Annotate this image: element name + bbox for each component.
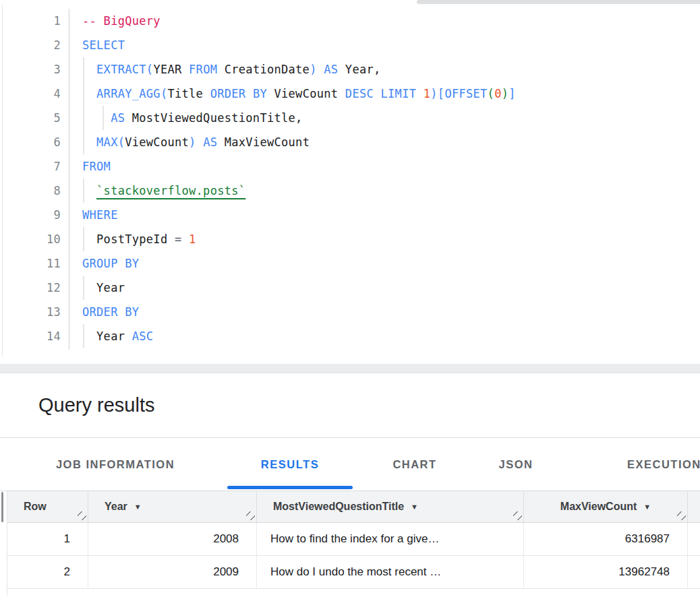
code-text: AS MostViewedQuestionTitle, bbox=[82, 106, 303, 130]
sort-arrow-icon[interactable]: ▼ bbox=[134, 503, 142, 511]
code-line[interactable]: 5 AS MostViewedQuestionTitle, bbox=[0, 106, 700, 130]
code-line[interactable]: 10 PostTypeId = 1 bbox=[0, 227, 700, 251]
code-token: ( bbox=[161, 87, 168, 100]
code-token: ARRAY_AGG bbox=[96, 87, 161, 100]
code-line[interactable]: 1-- BigQuery bbox=[0, 9, 700, 33]
code-text: Year bbox=[82, 276, 125, 300]
code-line[interactable]: 6 MAX(ViewCount) AS MaxViewCount bbox=[0, 130, 700, 154]
table-cell[interactable]: 1 bbox=[7, 523, 88, 555]
code-token: MAX bbox=[96, 135, 118, 149]
code-token bbox=[82, 111, 111, 125]
sort-arrow-icon[interactable]: ▼ bbox=[411, 503, 418, 511]
code-line[interactable]: 9WHERE bbox=[0, 203, 700, 227]
code-line[interactable]: 8 `stackoverflow.posts` bbox=[0, 179, 700, 203]
indent-guide bbox=[83, 106, 84, 130]
table-cell[interactable]: 2009 bbox=[88, 556, 257, 588]
code-text: FROM bbox=[82, 154, 111, 179]
column-resize-handle[interactable] bbox=[513, 511, 522, 520]
code-line[interactable]: 13ORDER BY bbox=[0, 300, 700, 324]
horizontal-scrollbar-thumb[interactable] bbox=[417, 0, 700, 4]
indent-guide bbox=[83, 227, 84, 251]
column-header-label: MostViewedQuestionTitle bbox=[273, 501, 404, 513]
code-token: -- BigQuery bbox=[82, 14, 161, 28]
code-token: FROM bbox=[189, 63, 217, 76]
code-token: AS bbox=[324, 63, 338, 76]
code-token: Year, bbox=[338, 63, 380, 76]
code-token: ) bbox=[189, 135, 196, 149]
code-token bbox=[317, 63, 324, 76]
table-cell[interactable]: How to find the index for a give… bbox=[257, 523, 524, 555]
code-token: ( bbox=[146, 63, 154, 76]
table-body: 12008How to find the index for a give…63… bbox=[7, 523, 700, 589]
code-line[interactable]: 12 Year bbox=[0, 276, 700, 300]
code-line[interactable]: 7FROM bbox=[0, 154, 700, 179]
query-results-header: Query results bbox=[0, 373, 700, 438]
table-header-row: RowYear▼MostViewedQuestionTitle▼MaxViewC… bbox=[7, 491, 700, 523]
line-number: 12 bbox=[0, 276, 61, 300]
sort-arrow-icon[interactable]: ▼ bbox=[643, 503, 651, 511]
indent-guide bbox=[83, 179, 84, 203]
column-resize-handle[interactable] bbox=[677, 511, 686, 520]
panel-divider[interactable] bbox=[0, 364, 700, 373]
code-text: PostTypeId = 1 bbox=[82, 227, 196, 251]
code-token: AS bbox=[111, 111, 125, 125]
tab-json[interactable]: JSON bbox=[469, 438, 563, 491]
sql-editor[interactable]: 1-- BigQuery2SELECT3 EXTRACT(YEAR FROM C… bbox=[0, 5, 700, 364]
code-line[interactable]: 2SELECT bbox=[0, 33, 700, 57]
table-cell[interactable]: 2008 bbox=[88, 523, 257, 555]
code-token: 1 bbox=[189, 232, 196, 246]
line-number: 5 bbox=[0, 106, 61, 130]
table-cell[interactable]: How do I undo the most recent … bbox=[257, 556, 524, 588]
code-token: ViewCount bbox=[125, 135, 189, 149]
code-token: ( bbox=[118, 135, 125, 149]
indent-guide bbox=[83, 130, 84, 154]
column-resize-handle[interactable] bbox=[78, 511, 86, 520]
tab-job-information[interactable]: JOB INFORMATION bbox=[22, 438, 208, 491]
table-row-partial bbox=[7, 589, 700, 596]
code-text: ARRAY_AGG(Title ORDER BY ViewCount DESC … bbox=[82, 82, 516, 106]
code-text: SELECT bbox=[82, 33, 125, 57]
code-token: FROM bbox=[82, 160, 111, 173]
vertical-scrollbar-thumb[interactable] bbox=[1, 492, 3, 522]
code-line[interactable]: 3 EXTRACT(YEAR FROM CreationDate) AS Yea… bbox=[0, 57, 700, 82]
code-text: `stackoverflow.posts` bbox=[82, 179, 245, 203]
code-line[interactable]: 11GROUP BY bbox=[0, 251, 700, 276]
table-cell[interactable]: 13962748 bbox=[524, 556, 688, 588]
line-number: 7 bbox=[0, 154, 61, 179]
results-tab-bar: JOB INFORMATIONRESULTSCHARTJSONEXECUTION… bbox=[0, 438, 700, 491]
code-token bbox=[374, 87, 381, 100]
line-number: 10 bbox=[0, 227, 61, 251]
code-token: Year bbox=[82, 281, 125, 294]
column-header-mostviewedquestiontitle[interactable]: MostViewedQuestionTitle▼ bbox=[257, 491, 524, 522]
tab-results[interactable]: RESULTS bbox=[227, 438, 353, 491]
code-token bbox=[416, 87, 424, 100]
code-token: 1 bbox=[424, 87, 431, 100]
code-token: DESC bbox=[345, 87, 374, 100]
tab-chart[interactable]: CHART bbox=[361, 438, 469, 491]
results-table: RowYear▼MostViewedQuestionTitle▼MaxViewC… bbox=[0, 491, 700, 596]
line-number: 14 bbox=[0, 324, 61, 348]
code-token: SELECT bbox=[82, 38, 125, 52]
code-text: ORDER BY bbox=[82, 300, 139, 324]
code-token: ] bbox=[508, 87, 516, 100]
tab-execution-details[interactable]: EXECUTION DETAILS bbox=[611, 438, 700, 491]
indent-guide bbox=[83, 276, 84, 300]
code-token: ORDER BY bbox=[82, 305, 139, 319]
table-cell[interactable]: 2 bbox=[7, 556, 88, 588]
code-token bbox=[82, 184, 96, 197]
column-header-year[interactable]: Year▼ bbox=[88, 491, 257, 522]
table-cell[interactable]: 6316987 bbox=[524, 523, 688, 555]
code-line[interactable]: 4 ARRAY_AGG(Title ORDER BY ViewCount DES… bbox=[0, 82, 700, 106]
code-token bbox=[182, 232, 189, 246]
indent-guide bbox=[103, 106, 104, 130]
column-resize-handle[interactable] bbox=[246, 511, 255, 520]
column-header-maxviewcount[interactable]: MaxViewCount▼ bbox=[524, 491, 688, 522]
line-number: 13 bbox=[0, 300, 61, 324]
code-line[interactable]: 14 Year ASC bbox=[0, 324, 700, 348]
line-number: 2 bbox=[0, 33, 61, 57]
line-number: 11 bbox=[0, 251, 61, 276]
line-number: 3 bbox=[0, 57, 61, 82]
code-text: GROUP BY bbox=[82, 251, 139, 276]
table-row: 12008How to find the index for a give…63… bbox=[7, 523, 700, 556]
column-header-row[interactable]: Row bbox=[7, 491, 88, 522]
